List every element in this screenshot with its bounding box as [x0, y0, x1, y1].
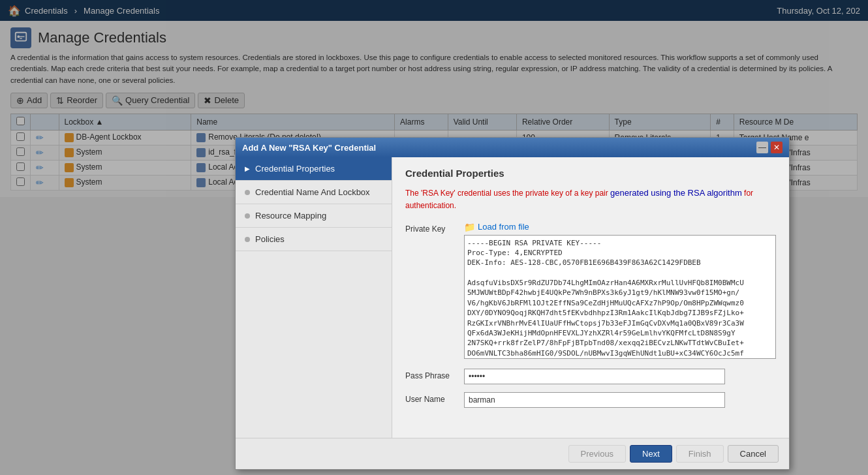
- load-from-file-label: Load from file: [478, 222, 529, 232]
- load-from-file-button[interactable]: 📁 Load from file: [464, 222, 776, 232]
- nav-label: Resource Mapping: [255, 211, 326, 221]
- private-key-textarea[interactable]: -----BEGIN RSA PRIVATE KEY----- Proc-Typ…: [464, 235, 776, 359]
- dialog-section-title: Credential Properties: [405, 168, 776, 179]
- dialog-minimize-button[interactable]: —: [756, 142, 768, 153]
- username-input[interactable]: [464, 392, 725, 408]
- private-key-label: Private Key: [405, 222, 464, 234]
- dialog-footer: Previous Next Finish Cancel: [236, 438, 789, 469]
- username-field-row: User Name: [405, 392, 776, 408]
- dialog-titlebar: Add A New "RSA Key" Credential — ✕: [236, 138, 789, 157]
- private-key-field-row: Private Key 📁 Load from file -----BEGIN …: [405, 222, 776, 361]
- cancel-button[interactable]: Cancel: [728, 445, 779, 463]
- passphrase-label: Pass Phrase: [405, 369, 464, 380]
- nav-dot-icon: [245, 237, 250, 242]
- previous-button[interactable]: Previous: [568, 445, 627, 463]
- nav-label: Policies: [255, 234, 285, 244]
- finish-button[interactable]: Finish: [676, 445, 724, 463]
- nav-item-credential-name-lockbox[interactable]: Credential Name And Lockbox: [236, 181, 392, 204]
- dialog-right-panel: Credential Properties The 'RSA Key' cred…: [392, 157, 789, 438]
- dialog-overlay: Add A New "RSA Key" Credential — ✕ ▶ Cre…: [0, 0, 868, 475]
- nav-item-credential-properties[interactable]: ▶ Credential Properties: [236, 157, 392, 181]
- nav-item-resource-mapping[interactable]: Resource Mapping: [236, 204, 392, 228]
- dialog-title: Add A New "RSA Key" Credential: [242, 143, 376, 153]
- nav-arrow-icon: ▶: [245, 165, 250, 172]
- nav-item-policies[interactable]: Policies: [236, 228, 392, 251]
- nav-label: Credential Name And Lockbox: [255, 187, 370, 197]
- file-icon: 📁: [464, 222, 475, 232]
- dialog-close-button[interactable]: ✕: [771, 142, 783, 153]
- dialog-controls: — ✕: [756, 142, 783, 153]
- nav-dot-icon: [245, 190, 250, 195]
- passphrase-input[interactable]: [464, 369, 725, 384]
- private-key-container: 📁 Load from file -----BEGIN RSA PRIVATE …: [464, 222, 776, 361]
- dialog-left-nav: ▶ Credential Properties Credential Name …: [236, 157, 392, 438]
- passphrase-field-row: Pass Phrase: [405, 369, 776, 384]
- next-button[interactable]: Next: [630, 445, 672, 463]
- add-rsa-key-dialog: Add A New "RSA Key" Credential — ✕ ▶ Cre…: [235, 137, 790, 470]
- dialog-body: ▶ Credential Properties Credential Name …: [236, 157, 789, 438]
- nav-dot-icon: [245, 213, 250, 219]
- info-text: The 'RSA Key' credential uses the privat…: [405, 187, 776, 211]
- nav-label: Credential Properties: [255, 164, 335, 174]
- username-label: User Name: [405, 392, 464, 404]
